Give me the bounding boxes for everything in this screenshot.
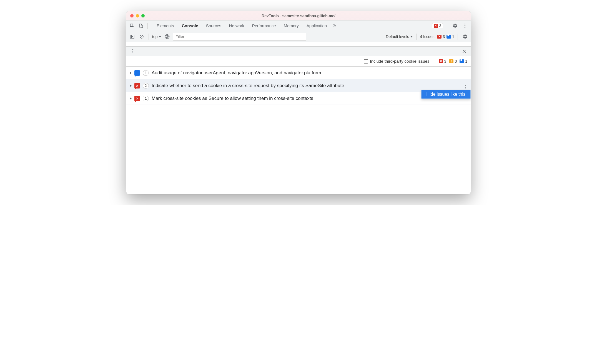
error-category-icon — [134, 83, 140, 89]
third-party-cookie-checkbox[interactable]: Include third-party cookie issues — [364, 59, 429, 64]
tab-console[interactable]: Console — [178, 21, 202, 31]
more-tabs-icon[interactable] — [331, 22, 338, 29]
drawer-menu-icon[interactable] — [129, 48, 136, 55]
settings-gear-icon[interactable] — [451, 22, 458, 29]
checkbox-label: Include third-party cookie issues — [370, 59, 429, 64]
issue-row[interactable]: 1 Mark cross-site cookies as Secure to a… — [126, 92, 471, 105]
execution-context-label: top — [152, 34, 157, 39]
divider — [434, 58, 434, 64]
caret-down-icon — [159, 36, 161, 37]
warning-icon: ! — [449, 59, 453, 63]
clear-console-icon[interactable] — [138, 33, 145, 40]
checkbox-icon — [364, 59, 368, 64]
window-controls — [126, 14, 145, 17]
info-icon: ▘ — [460, 59, 464, 63]
info-icon: ▘ — [447, 35, 451, 39]
console-subtoolbar-right: Default levels 4 Issues: ✕3 ▘1 — [386, 33, 468, 40]
filter-input[interactable] — [173, 33, 306, 41]
context-menu-hide-issues[interactable]: Hide issues like this — [421, 90, 471, 99]
close-window-button[interactable] — [130, 14, 134, 17]
info-count-group[interactable]: ▘1 — [460, 59, 467, 64]
console-output — [126, 42, 471, 47]
tab-sources[interactable]: Sources — [202, 21, 225, 31]
maximize-window-button[interactable] — [141, 14, 145, 17]
error-category-icon — [134, 96, 140, 101]
log-levels-selector[interactable]: Default levels — [386, 34, 413, 39]
caret-down-icon — [410, 36, 413, 37]
issue-row-menu-icon[interactable] — [464, 82, 467, 89]
svg-point-6 — [167, 36, 168, 37]
error-icon: ✕ — [437, 35, 442, 39]
issue-title: Audit usage of navigator.userAgent, navi… — [152, 70, 467, 76]
error-count-badge[interactable]: ✕ 3 — [432, 23, 443, 28]
tab-network[interactable]: Network — [225, 21, 248, 31]
divider — [149, 34, 149, 40]
info-category-icon — [134, 70, 140, 76]
tab-elements[interactable]: Elements — [153, 21, 178, 31]
execution-context-selector[interactable]: top — [152, 34, 161, 39]
divider — [458, 34, 458, 40]
live-expression-icon[interactable] — [164, 33, 171, 40]
issue-row[interactable]: 2 Indicate whether to send a cookie in a… — [126, 79, 471, 92]
device-toggle-icon[interactable] — [137, 22, 145, 29]
expand-triangle-icon[interactable] — [130, 72, 132, 74]
issues-info-count: 1 — [452, 34, 454, 39]
error-count-group[interactable]: ✕3 — [439, 59, 447, 64]
tab-performance[interactable]: Performance — [248, 21, 280, 31]
tab-memory[interactable]: Memory — [280, 21, 303, 31]
issue-title: Mark cross-site cookies as Secure to all… — [152, 96, 467, 101]
issues-filter-bar: Include third-party cookie issues ✕3 !0 … — [126, 56, 471, 67]
expand-triangle-icon[interactable] — [130, 84, 132, 87]
issue-row[interactable]: 1 Audit usage of navigator.userAgent, na… — [126, 67, 471, 79]
issues-error-count: 3 — [443, 34, 445, 39]
svg-rect-1 — [141, 25, 143, 27]
tab-strip: Elements Console Sources Network Perform… — [153, 21, 430, 31]
close-drawer-icon[interactable] — [461, 48, 468, 55]
issue-count-badge: 2 — [143, 83, 149, 89]
warn-count: 0 — [455, 59, 457, 64]
issue-count-badge: 1 — [143, 70, 149, 76]
divider — [416, 34, 417, 40]
issue-title: Indicate whether to send a cookie in a c… — [152, 83, 461, 89]
titlebar: DevTools - samesite-sandbox.glitch.me/ — [126, 11, 471, 21]
toolbar-right: ✕ 3 — [432, 22, 468, 29]
kebab-menu-icon[interactable] — [461, 22, 468, 29]
warning-count-group[interactable]: !0 — [449, 59, 457, 64]
issues-category-counts: ✕3 !0 ▘1 — [439, 59, 467, 64]
inspect-element-icon[interactable] — [129, 22, 136, 29]
minimize-window-button[interactable] — [136, 14, 139, 17]
error-count: 3 — [439, 24, 441, 28]
tab-application[interactable]: Application — [303, 21, 331, 31]
console-sidebar-toggle-icon[interactable] — [129, 33, 136, 40]
window-title: DevTools - samesite-sandbox.glitch.me/ — [126, 14, 471, 18]
error-icon: ✕ — [439, 59, 443, 63]
info-count: 1 — [465, 59, 467, 64]
main-toolbar: Elements Console Sources Network Perform… — [126, 21, 471, 31]
error-icon: ✕ — [434, 24, 438, 28]
err-count: 3 — [444, 59, 447, 64]
expand-triangle-icon[interactable] — [130, 97, 132, 100]
log-levels-label: Default levels — [386, 34, 409, 39]
issue-count-badge: 1 — [143, 96, 149, 101]
issues-list: 1 Audit usage of navigator.userAgent, na… — [126, 67, 471, 194]
console-subtoolbar: top Default levels 4 Issues: ✕3 ▘1 — [126, 31, 471, 42]
divider — [147, 23, 148, 29]
console-settings-gear-icon[interactable] — [461, 33, 468, 40]
issues-summary[interactable]: 4 Issues: ✕3 ▘1 — [420, 34, 454, 39]
devtools-window: DevTools - samesite-sandbox.glitch.me/ E… — [126, 11, 471, 194]
divider — [447, 23, 447, 29]
drawer-header — [126, 47, 471, 56]
issues-label: 4 Issues: — [420, 34, 435, 39]
